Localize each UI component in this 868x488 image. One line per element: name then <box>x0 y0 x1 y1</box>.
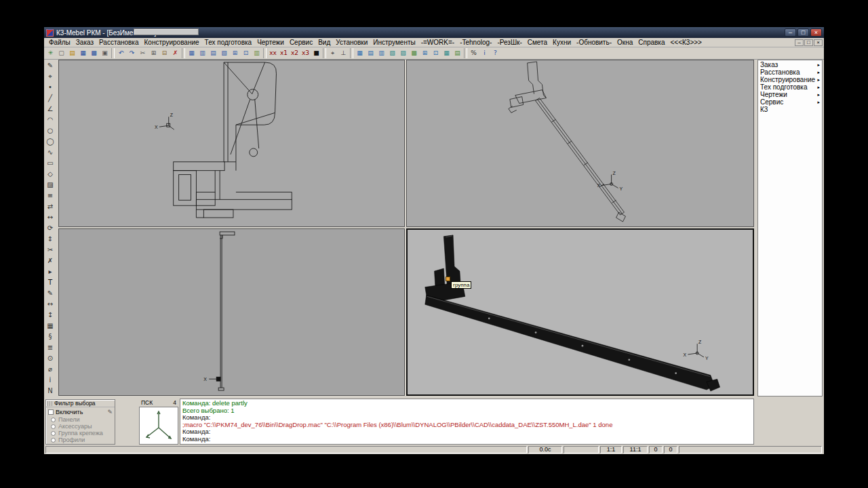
radio-icon[interactable] <box>51 438 56 443</box>
measure-icon[interactable]: ⌀ <box>45 363 56 374</box>
ucs-icon[interactable]: ⌖ <box>45 70 56 81</box>
save-all-icon[interactable]: ▩ <box>89 48 99 58</box>
line-icon[interactable]: ╱ <box>45 92 56 103</box>
menu-<<<К3>>>[interactable]: <<<К3>>> <box>667 39 704 46</box>
menu--=WORK=-[interactable]: -=WORK=- <box>418 39 457 46</box>
viewport-iso-wireframe[interactable]: Z X Y <box>406 60 754 227</box>
pipette-icon[interactable]: ✎ <box>45 60 56 70</box>
hatch-icon[interactable]: ▨ <box>45 179 56 190</box>
filter-option-Профили[interactable]: Профили <box>46 436 115 443</box>
close-button[interactable]: × <box>810 28 822 37</box>
menu-Вид[interactable]: Вид <box>315 39 333 46</box>
menu-Инструменты[interactable]: Инструменты <box>370 39 418 46</box>
copy-icon[interactable]: ⊞ <box>149 48 159 58</box>
snap-icon[interactable]: ⌖ <box>328 48 338 58</box>
spline-icon[interactable]: ∿ <box>45 146 56 157</box>
mirror-icon[interactable]: ⇄ <box>45 201 56 211</box>
panel-item-К3[interactable]: К3 <box>758 106 822 113</box>
layers-icon[interactable]: ≣ <box>45 342 56 352</box>
properties-icon[interactable]: § <box>45 331 56 342</box>
spec-add-icon[interactable]: ▥ <box>197 48 208 58</box>
panel-teal-1-icon[interactable]: ▧ <box>387 48 397 58</box>
dim-horizontal-icon[interactable]: ↔ <box>45 298 56 309</box>
maximize-button[interactable]: □ <box>797 28 809 37</box>
filter-option-Панели[interactable]: Панели <box>46 416 115 423</box>
radio-icon[interactable] <box>51 431 56 436</box>
dim-vertical-icon[interactable]: ↕ <box>45 309 56 320</box>
order-grid-icon[interactable]: ⊞ <box>230 48 240 58</box>
point-icon[interactable]: • <box>45 81 56 92</box>
cells-icon[interactable]: ⊡ <box>241 48 251 58</box>
filter-option-Аксессуары[interactable]: Аксессуары <box>46 423 115 430</box>
filter-option-Группа крепежа[interactable]: Группа крепежа <box>46 430 115 436</box>
text-icon[interactable]: T <box>45 277 56 287</box>
edit-text-icon[interactable]: ✎ <box>45 287 56 298</box>
menu-Окна[interactable]: Окна <box>614 39 635 46</box>
spec-edit-icon[interactable]: ▤ <box>208 48 218 58</box>
panel-blue-5-icon[interactable]: ⊡ <box>431 48 441 58</box>
mdi-close-button[interactable]: × <box>814 39 823 46</box>
panel-item-Заказ[interactable]: Заказ▸ <box>758 61 822 68</box>
help-icon[interactable]: ? <box>490 48 500 58</box>
rectangle-icon[interactable]: ▭ <box>45 157 56 168</box>
enable-checkbox[interactable] <box>48 409 54 415</box>
menu--РезШк-[interactable]: -РезШк- <box>494 39 524 46</box>
spec-table-icon[interactable]: ▦ <box>186 48 197 58</box>
command-console[interactable]: Команда: delete partlyВсего выбрано: 1Ко… <box>180 399 754 445</box>
menu-Конструирование[interactable]: Конструирование <box>142 39 202 46</box>
circle-icon[interactable]: ○ <box>45 125 56 136</box>
sheet-icon[interactable]: ▧ <box>219 48 229 58</box>
viewport-side[interactable]: X <box>58 228 405 396</box>
panel-blue-4-icon[interactable]: ⊞ <box>420 48 430 58</box>
menu-Справка[interactable]: Справка <box>635 39 667 46</box>
delete-icon[interactable]: ✗ <box>170 48 180 58</box>
black-square-icon[interactable]: ■ <box>311 48 321 58</box>
hand-edit-icon[interactable]: ✎ <box>107 409 113 415</box>
menu-Кухни[interactable]: Кухни <box>550 39 574 46</box>
snap-2-icon[interactable]: ⊙ <box>45 352 56 363</box>
offset-icon[interactable]: ≡ <box>45 190 56 201</box>
panel-item-Чертежи[interactable]: Чертежи▸ <box>758 91 822 98</box>
scale-icon[interactable]: ⇕ <box>45 233 56 244</box>
ellipse-icon[interactable]: ◯ <box>45 136 56 146</box>
arc-icon[interactable]: ◠ <box>45 114 56 125</box>
new-file-icon[interactable]: ▢ <box>56 48 66 58</box>
flag-icon[interactable]: ▸ <box>45 266 56 277</box>
open-file-icon[interactable]: ▤ <box>67 48 77 58</box>
cut-icon[interactable]: ✂ <box>138 48 148 58</box>
x1-icon[interactable]: x1 <box>279 48 289 58</box>
trim-icon[interactable]: ✂ <box>45 244 56 255</box>
rotate-icon[interactable]: ⟳ <box>45 222 56 233</box>
viewport-front[interactable]: Z X <box>58 60 405 227</box>
mdi-minimize-button[interactable]: – <box>795 39 804 46</box>
radio-icon[interactable] <box>51 424 56 429</box>
polygon-icon[interactable]: ◇ <box>45 168 56 179</box>
save-icon[interactable]: ▦ <box>78 48 88 58</box>
panel-item-Расстановка[interactable]: Расстановка▸ <box>758 68 822 76</box>
table-icon[interactable]: ▦ <box>45 320 56 331</box>
redo-icon[interactable]: ↷ <box>127 48 137 58</box>
panel-item-Сервис[interactable]: Сервис▸ <box>758 98 822 106</box>
filter-panel-titlebar[interactable]: Фильтр выбора <box>46 400 115 407</box>
menu-Чертежи[interactable]: Чертежи <box>254 39 287 46</box>
erase-icon[interactable]: ✗ <box>45 255 56 266</box>
polyline-icon[interactable]: ∠ <box>45 103 56 114</box>
x3-icon[interactable]: x3 <box>300 48 311 58</box>
menu-Файлы[interactable]: Файлы <box>46 39 73 46</box>
panel-green-1-icon[interactable]: ▩ <box>409 48 419 58</box>
xx-icon[interactable]: xx <box>268 48 278 58</box>
panel-item-Конструирование[interactable]: Конструирование▸ <box>758 76 822 83</box>
panel-green-2-icon[interactable]: ▤ <box>452 48 462 58</box>
report-icon[interactable]: ▥ <box>252 48 262 58</box>
move-icon[interactable]: ↔ <box>45 211 56 222</box>
filter-enable-row[interactable]: Включить ✎ <box>46 407 115 416</box>
menu--Tehnolog-[interactable]: -Tehnolog- <box>457 39 494 46</box>
minimize-button[interactable]: – <box>785 28 796 37</box>
ortho-icon[interactable]: ⊥ <box>338 48 349 58</box>
menu-Расстановка[interactable]: Расстановка <box>96 39 141 46</box>
panel-teal-2-icon[interactable]: ▨ <box>398 48 408 58</box>
menu-Сервис[interactable]: Сервис <box>287 39 315 46</box>
panel-blue-1-icon[interactable]: ▦ <box>355 48 365 58</box>
panel-item-Тех подготовка[interactable]: Тех подготовка▸ <box>758 83 822 91</box>
numbering-icon[interactable]: N <box>45 385 56 396</box>
